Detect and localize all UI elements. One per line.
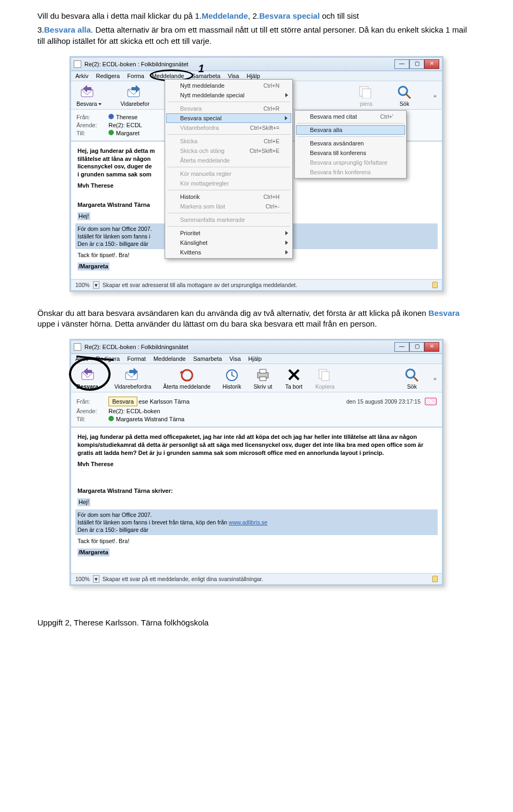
intro-text: . Detta alternativ är bra om ett massmai… [37, 25, 467, 45]
body-text: /Margareta [77, 548, 436, 556]
menu-arkiv[interactable]: Arkiv [75, 73, 88, 79]
skrivut-icon [253, 367, 273, 382]
body-text: Tack för tipset!. Bra! [77, 537, 436, 545]
page-footer: Uppgift 2, Therese Karlsson. Tärna folkh… [37, 618, 476, 627]
intro-text: Vill du besvara alla i detta mail klicka… [37, 11, 201, 20]
sok-label: Sök [407, 383, 417, 390]
menu-item[interactable]: Kör mottagetregler [166, 179, 291, 188]
menu-item[interactable]: HistorikCtrl+H [166, 192, 291, 202]
from-value: Besvaraese Karlsson Tärna [108, 397, 346, 406]
vidarebefordra-icon [126, 84, 145, 99]
kopiera-icon [356, 84, 376, 99]
body-text: Hej! [77, 498, 436, 506]
quote-header: För dom som har Office 2007. Istället fö… [75, 509, 438, 536]
menu-item[interactable]: Nytt meddelande special [166, 90, 291, 100]
subject-value: Re(2): ECDL-boken [108, 408, 437, 414]
menu-item-besvara-special[interactable]: Besvara special [166, 113, 291, 123]
menu-item[interactable]: Sammanfatta markerade [166, 215, 291, 225]
menu-samarbeta[interactable]: Samarbeta [193, 355, 222, 362]
menu-redigera[interactable]: Redigera [96, 73, 120, 79]
menu-visa[interactable]: Visa [228, 73, 239, 79]
submenu-arrow-icon [285, 116, 287, 120]
zoom-dropdown-icon[interactable]: ▾ [93, 281, 99, 289]
menu-separator [297, 123, 404, 123]
aterta-button[interactable]: Återta meddelande [163, 367, 211, 390]
skrivut-button[interactable]: Skriv ut [253, 367, 273, 390]
body-text: /Margareta [77, 262, 436, 270]
datetime: den 15 augusti 2009 23:17:15 [346, 398, 421, 405]
sok-button[interactable]: Sök [395, 84, 414, 107]
menu-item[interactable]: Kvittens [166, 248, 291, 257]
vidarebefordra-icon [123, 367, 143, 382]
menu-hjalp[interactable]: Hjälp [246, 73, 260, 79]
subject-label: Ärende: [76, 122, 108, 128]
svg-rect-3 [362, 89, 371, 98]
minimize-button[interactable]: — [394, 59, 409, 69]
kopiera-button[interactable]: piera [356, 84, 376, 107]
svg-rect-11 [260, 369, 266, 373]
menu-item[interactable]: Markera som lästCtrl+- [166, 202, 291, 211]
kw-besvara: Besvara [429, 308, 460, 318]
menu-samarbeta[interactable]: Samarbeta [191, 73, 220, 79]
screenshot-1: Re(2): ECDL-boken : Folkbildningsnätet —… [69, 56, 444, 292]
menu-item[interactable]: Nytt meddelandeCtrl+N [166, 81, 291, 90]
to-label: Till: [76, 416, 108, 422]
svg-point-4 [399, 87, 407, 95]
menu-item[interactable]: Besvara avsändaren [296, 138, 405, 148]
close-button[interactable]: ✕ [424, 59, 439, 69]
besvara-label: Besvara [76, 383, 98, 390]
menubar: Arkiv Redigera Format Meddelande Samarbe… [71, 354, 442, 364]
menu-separator [167, 213, 290, 213]
menu-item[interactable]: Besvara från konferens [296, 167, 405, 177]
menu-item[interactable]: Skicka och stängCtrl+Skift+E [166, 146, 291, 156]
svg-line-16 [414, 377, 418, 381]
app-icon [74, 60, 81, 68]
tabort-button[interactable]: Ta bort [284, 367, 304, 390]
titlebar: Re(2): ECDL-boken : Folkbildningsnätet —… [71, 341, 442, 354]
adlibris-link[interactable]: www.adlibris.se [229, 519, 267, 525]
menu-forma[interactable]: Forma [127, 73, 144, 79]
menu-item[interactable]: Besvara till konferens [296, 148, 405, 158]
mid-text: Önskar du att bara besvara avsändaren ka… [37, 308, 429, 318]
besvara-button[interactable]: Besvara [76, 367, 103, 390]
menu-meddelande[interactable]: Meddelande [152, 73, 184, 79]
menu-separator [167, 190, 290, 190]
vidarebefordra-button[interactable]: Vidarebefor [121, 84, 150, 107]
lock-icon [432, 576, 438, 582]
menu-item[interactable]: SkickaCtrl+E [166, 136, 291, 146]
maximize-button[interactable]: ▢ [409, 59, 424, 69]
kopiera-button[interactable]: Kopiera [315, 367, 335, 390]
menu-item[interactable]: Känslighet [166, 238, 291, 248]
menu-item[interactable]: VidarebefordraCtrl+Skift+= [166, 123, 291, 133]
sok-button[interactable]: Sök [402, 367, 422, 390]
kw-besvara-alla: Besvara alla [44, 25, 91, 34]
vidarebefordra-button[interactable]: Vidarebefordra [114, 367, 151, 390]
menu-item[interactable]: Återta meddelande [166, 156, 291, 165]
besvara-button[interactable]: Besvara [76, 84, 102, 107]
svg-rect-14 [322, 372, 329, 381]
menu-item[interactable]: Besvara ursprunglig författare [296, 158, 405, 167]
menu-hjalp[interactable]: Hjälp [248, 355, 262, 362]
historik-button[interactable]: Historik [222, 367, 242, 390]
maximize-button[interactable]: ▢ [409, 342, 424, 352]
zoom-dropdown-icon[interactable]: ▾ [93, 575, 99, 583]
sok-icon [395, 84, 414, 99]
menu-item[interactable]: Besvara med citatCtrl+' [296, 112, 405, 121]
menu-item-besvara-alla[interactable]: Besvara alla [296, 125, 405, 135]
zoom-value: 100% [75, 282, 90, 288]
message-headers: Från: Besvaraese Karlsson Tärna den 15 a… [71, 392, 442, 427]
menu-format[interactable]: Format [127, 355, 146, 362]
svg-rect-12 [260, 377, 266, 381]
mid-paragraph: Önskar du att bara besvara avsändaren ka… [37, 308, 476, 330]
menu-item[interactable]: Prioritet [166, 228, 291, 238]
statusbar: 100% ▾ Skapar ett svar på ett meddelande… [71, 573, 442, 584]
menu-meddelande[interactable]: Meddelande [153, 355, 186, 362]
menu-item[interactable]: BesvaraCtrl+R [166, 104, 291, 113]
minimize-button[interactable]: — [394, 342, 409, 352]
menu-visa[interactable]: Visa [229, 355, 240, 362]
close-button[interactable]: ✕ [424, 342, 439, 352]
menu-item[interactable]: Kör manuella regler [166, 169, 291, 179]
kopiera-label: piera [360, 100, 372, 107]
window-title: Re(2): ECDL-boken : Folkbildningsnätet [84, 61, 188, 67]
toolbar: Besvara Vidarebefordra Återta meddelande… [71, 364, 442, 392]
